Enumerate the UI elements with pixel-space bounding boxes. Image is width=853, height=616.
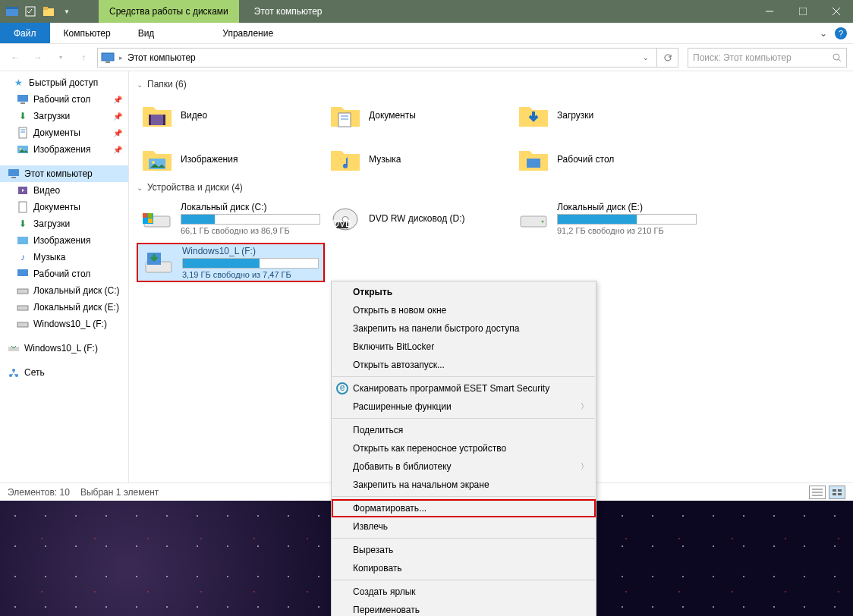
dvd-icon: DVD [329, 203, 361, 234]
svg-rect-23 [19, 202, 27, 212]
folder-downloads[interactable]: Загрузки [513, 96, 701, 135]
folder-icon [141, 143, 173, 175]
usage-bar [557, 214, 697, 225]
minimize-button[interactable] [753, 0, 786, 23]
address-bar[interactable]: ▸ Этот компьютер ⌄ [97, 48, 657, 68]
ctx-eject[interactable]: Извлечь [332, 517, 596, 536]
ctx-format[interactable]: Форматировать... [332, 499, 596, 517]
group-folders[interactable]: ⌄Папки (6) [137, 79, 845, 90]
sidebar-downloads[interactable]: ⬇Загрузки📌 [0, 108, 128, 124]
menubar: Файл Компьютер Вид Управление ⌄ ? [0, 23, 853, 44]
search-box[interactable]: Поиск: Этот компьютер [688, 48, 847, 68]
sidebar-quick-access[interactable]: ★Быстрый доступ [0, 74, 128, 91]
up-button[interactable]: ↑ [74, 49, 93, 67]
pin-icon: 📌 [113, 146, 122, 154]
sidebar-this-pc[interactable]: Этот компьютер [0, 165, 128, 182]
pc-icon [101, 52, 115, 64]
svg-rect-1 [6, 7, 18, 9]
sidebar-videos[interactable]: Видео [0, 182, 128, 199]
sidebar-windows10-f[interactable]: Windows10_L (F:) [0, 316, 128, 332]
video-icon [17, 184, 29, 196]
drive-local-e[interactable]: Локальный диск (E:)91,2 ГБ свободно из 2… [513, 199, 701, 238]
svg-rect-44 [143, 213, 147, 218]
menu-manage[interactable]: Управление [192, 23, 304, 43]
folder-icon [141, 99, 173, 131]
drive-local-c[interactable]: Локальный диск (C:)66,1 ГБ свободно из 8… [137, 199, 325, 238]
group-drives[interactable]: ⌄Устройства и диски (4) [137, 182, 845, 193]
svg-rect-26 [17, 289, 28, 294]
pin-icon: 📌 [113, 112, 122, 121]
svg-text:DVD: DVD [332, 218, 352, 229]
icons-view-button[interactable] [829, 486, 845, 499]
sidebar-desktop[interactable]: Рабочий стол📌 [0, 91, 128, 108]
sidebar-desktop2[interactable]: Рабочий стол [0, 266, 128, 282]
ctx-advanced[interactable]: Расширенные функции〉 [332, 398, 596, 416]
drive-dvd[interactable]: DVD DVD RW дисковод (D:) [325, 199, 513, 238]
properties-icon[interactable] [24, 5, 36, 17]
address-dropdown-icon[interactable]: ⌄ [638, 54, 653, 61]
ctx-copy[interactable]: Копировать [332, 559, 596, 577]
folder-icon [518, 99, 549, 131]
sidebar-network[interactable]: Сеть [0, 364, 128, 381]
ctx-library[interactable]: Добавить в библиотеку〉 [332, 457, 596, 476]
ctx-pin-quick-access[interactable]: Закрепить на панели быстрого доступа [332, 319, 596, 338]
folder-icon [329, 99, 361, 131]
sidebar-pictures[interactable]: Изображения📌 [0, 141, 128, 158]
folder-music[interactable]: Музыка [325, 140, 513, 179]
folder-documents[interactable]: Документы [325, 96, 513, 135]
menu-computer[interactable]: Компьютер [50, 23, 124, 43]
ctx-bitlocker[interactable]: Включить BitLocker [332, 338, 596, 356]
folder-pictures[interactable]: Изображения [137, 140, 325, 179]
drive-windows10-f[interactable]: Windows10_L (F:)3,19 ГБ свободно из 7,47… [137, 243, 325, 282]
pictures-icon [17, 143, 29, 156]
ctx-shortcut[interactable]: Создать ярлык [332, 583, 596, 601]
window-title: Этот компьютер [254, 6, 753, 17]
menu-file[interactable]: Файл [0, 23, 50, 43]
documents-icon [17, 127, 29, 139]
ctx-cut[interactable]: Вырезать [332, 541, 596, 559]
usage-bar [182, 258, 319, 269]
svg-rect-61 [833, 493, 836, 495]
sidebar-music[interactable]: ♪Музыка [0, 249, 128, 266]
svg-rect-60 [838, 489, 842, 492]
menu-view[interactable]: Вид [124, 23, 168, 43]
forward-button[interactable]: → [29, 49, 47, 67]
sidebar-local-c[interactable]: Локальный диск (C:) [0, 282, 128, 299]
svg-point-30 [12, 369, 15, 372]
svg-text:e: e [340, 382, 345, 393]
details-view-button[interactable] [809, 486, 826, 499]
star-icon: ★ [12, 77, 24, 89]
ctx-open[interactable]: Открыть [332, 283, 596, 301]
svg-rect-62 [838, 493, 842, 495]
ctx-pin-start[interactable]: Закрепить на начальном экране [332, 476, 596, 494]
close-button[interactable] [820, 0, 853, 23]
ctx-open-new-window[interactable]: Открыть в новом окне [332, 301, 596, 319]
sidebar-windows10-f2[interactable]: Windows10_L (F:) [0, 340, 128, 357]
refresh-button[interactable] [657, 48, 678, 68]
ctx-autoplay[interactable]: Открыть автозапуск... [332, 356, 596, 374]
ctx-portable[interactable]: Открыть как переносное устройство [332, 439, 596, 457]
search-placeholder: Поиск: Этот компьютер [693, 52, 833, 63]
sidebar-pictures2[interactable]: Изображения [0, 232, 128, 249]
ribbon-expand-icon[interactable]: ⌄ [820, 28, 827, 39]
svg-rect-13 [17, 95, 28, 102]
submenu-arrow-icon: 〉 [581, 461, 588, 472]
folder-desktop[interactable]: Рабочий стол [513, 140, 701, 179]
new-folder-icon[interactable] [42, 5, 55, 17]
help-icon[interactable]: ? [835, 27, 847, 39]
maximize-button[interactable] [786, 0, 820, 23]
ctx-share[interactable]: Поделиться [332, 421, 596, 439]
svg-rect-34 [149, 115, 151, 125]
back-button[interactable]: ← [6, 49, 24, 67]
sidebar-downloads2[interactable]: ⬇Загрузки [0, 215, 128, 232]
usb-win-icon [143, 247, 175, 278]
sidebar-documents[interactable]: Документы📌 [0, 124, 128, 141]
recent-dropdown[interactable]: ▾ [52, 49, 70, 67]
folder-video[interactable]: Видео [137, 96, 325, 135]
qat-dropdown-icon[interactable]: ▼ [61, 5, 73, 17]
ctx-eset-scan[interactable]: eСканировать программой ESET Smart Secur… [332, 379, 596, 398]
sidebar-documents2[interactable]: Документы [0, 199, 128, 215]
pictures-icon [17, 234, 29, 247]
sidebar-local-e[interactable]: Локальный диск (E:) [0, 299, 128, 316]
ctx-rename[interactable]: Переименовать [332, 601, 596, 616]
